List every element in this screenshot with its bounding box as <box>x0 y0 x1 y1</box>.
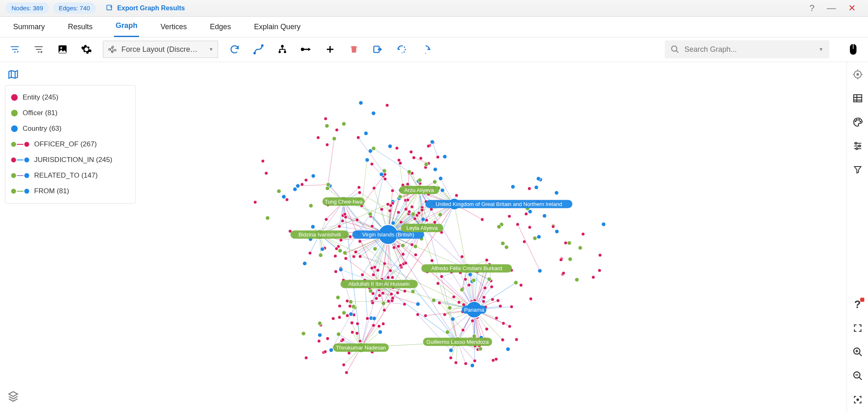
add-icon[interactable] <box>323 42 337 57</box>
help-icon[interactable]: ? <box>810 3 814 14</box>
svg-point-578 <box>464 278 467 281</box>
svg-point-693 <box>349 312 353 316</box>
sliders-icon[interactable] <box>850 139 865 153</box>
legend-row[interactable]: JURISDICTION_IN (245) <box>11 152 130 168</box>
svg-point-544 <box>398 195 402 199</box>
svg-point-643 <box>371 301 374 305</box>
legend-row[interactable]: Country (63) <box>11 121 130 137</box>
palette-icon[interactable] <box>850 115 865 130</box>
edge-icon[interactable] <box>299 42 314 57</box>
legend-label: FROM (81) <box>34 187 69 195</box>
image-capture-icon[interactable] <box>55 42 70 57</box>
svg-point-518 <box>417 211 421 215</box>
svg-point-618 <box>487 277 491 281</box>
legend-row[interactable]: Entity (245) <box>11 90 130 105</box>
svg-point-723 <box>338 249 342 253</box>
legend-dot-icon <box>11 110 18 116</box>
svg-point-722 <box>343 251 347 255</box>
search-input[interactable]: ▼ <box>665 40 829 58</box>
refresh-icon[interactable] <box>227 42 242 57</box>
svg-point-675 <box>351 331 354 334</box>
fullscreen-icon[interactable] <box>850 321 865 336</box>
svg-point-433 <box>384 177 387 181</box>
curve-edges-icon[interactable] <box>251 42 266 57</box>
layout-graph-icon <box>107 44 117 54</box>
legend-row[interactable]: RELATED_TO (147) <box>11 168 130 183</box>
legend-dot-icon <box>11 125 18 132</box>
svg-point-674 <box>345 371 348 374</box>
svg-point-466 <box>358 255 362 258</box>
legend-row[interactable]: OFFICER_OF (267) <box>11 137 130 152</box>
svg-point-542 <box>411 212 415 216</box>
svg-point-653 <box>403 303 406 306</box>
svg-point-665 <box>368 289 372 293</box>
svg-point-566 <box>436 282 440 285</box>
tab-explain-query[interactable]: Explain Query <box>252 18 302 37</box>
chevron-down-icon[interactable]: ▼ <box>819 46 824 52</box>
mouse-mode-icon[interactable] <box>846 42 861 57</box>
legend-edge-icon <box>11 173 29 178</box>
tab-edges[interactable]: Edges <box>208 18 233 37</box>
locate-icon[interactable] <box>850 67 865 82</box>
legend-label: OFFICER_OF (267) <box>34 140 97 148</box>
svg-point-747 <box>508 215 511 218</box>
svg-point-792 <box>261 160 265 163</box>
layers-icon[interactable] <box>7 390 19 403</box>
svg-point-620 <box>514 281 518 285</box>
svg-point-476 <box>431 259 434 262</box>
svg-point-470 <box>354 250 357 254</box>
minimize-icon[interactable]: — <box>827 3 836 14</box>
export-label: Export Graph Results <box>117 5 185 12</box>
expand-filter-icon[interactable] <box>31 42 46 57</box>
export-icon[interactable] <box>370 42 385 57</box>
help-badge-icon[interactable]: ? <box>850 297 865 312</box>
layout-dropdown[interactable]: Force Layout (Discre… ▼ <box>103 41 218 58</box>
filter-icon[interactable] <box>850 162 865 177</box>
search-field[interactable] <box>684 45 814 54</box>
svg-point-679 <box>366 317 369 320</box>
zoom-in-icon[interactable] <box>850 345 865 359</box>
collapse-filter-icon[interactable] <box>7 42 22 57</box>
graph-canvas[interactable]: Virgin Islands (British)United Kingdom o… <box>0 62 847 412</box>
svg-line-404 <box>374 148 409 172</box>
svg-point-748 <box>481 218 484 221</box>
svg-point-756 <box>523 240 526 243</box>
delete-icon[interactable] <box>347 42 361 57</box>
svg-point-817 <box>856 74 858 75</box>
export-button[interactable]: Export Graph Results <box>106 4 185 12</box>
svg-point-594 <box>529 297 533 301</box>
rotate-right-icon[interactable] <box>418 42 433 57</box>
tab-results[interactable]: Results <box>66 18 94 37</box>
minimap-icon[interactable] <box>7 69 19 81</box>
svg-point-474 <box>339 238 342 242</box>
tab-graph[interactable]: Graph <box>114 16 139 37</box>
svg-point-9 <box>281 45 284 48</box>
table-icon[interactable] <box>850 91 865 106</box>
svg-point-784 <box>371 111 375 116</box>
legend-dot-icon <box>11 94 18 101</box>
legend-row[interactable]: Officer (81) <box>11 105 130 121</box>
svg-point-569 <box>443 313 447 316</box>
svg-point-536 <box>433 167 437 171</box>
svg-point-537 <box>440 188 444 192</box>
svg-line-401 <box>518 225 540 271</box>
legend-row[interactable]: FROM (81) <box>11 183 130 199</box>
svg-point-538 <box>439 176 443 181</box>
settings-icon[interactable] <box>79 42 94 57</box>
zoom-out-icon[interactable] <box>850 368 865 383</box>
node-label-text: Guillermo Lasso Mendoza <box>426 339 489 345</box>
svg-point-801 <box>326 186 330 190</box>
close-icon[interactable]: ✕ <box>848 3 856 14</box>
svg-point-468 <box>414 253 417 257</box>
svg-point-492 <box>413 245 417 249</box>
svg-point-822 <box>860 121 861 122</box>
svg-point-478 <box>406 183 410 186</box>
svg-point-727 <box>598 254 602 257</box>
rotate-left-icon[interactable] <box>394 42 409 57</box>
hierarchy-icon[interactable] <box>275 42 290 57</box>
fit-screen-icon[interactable] <box>850 392 865 407</box>
tab-vertices[interactable]: Vertices <box>159 18 188 37</box>
tab-summary[interactable]: Summary <box>12 18 47 37</box>
svg-point-740 <box>542 214 547 218</box>
svg-point-622 <box>478 347 482 351</box>
